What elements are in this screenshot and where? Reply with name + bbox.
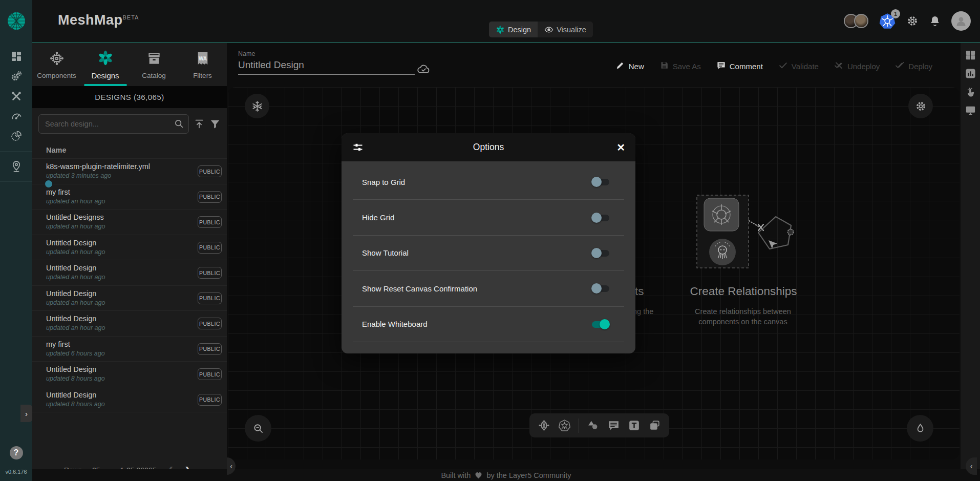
mode-switch: Design Visualize [489,22,593,37]
tab-visualize[interactable]: Visualize [538,22,593,37]
meshmap-app: MeshMapBETA Design Visualize [0,0,980,481]
canvas-dock [529,413,669,437]
tab-components[interactable]: Components [32,43,81,86]
visibility-badge: PUBLIC [198,267,222,279]
visibility-badge: PUBLIC [198,394,222,406]
close-icon[interactable]: ✕ [616,141,625,154]
shapes-icon[interactable] [587,419,600,432]
kubernetes-icon[interactable] [558,419,571,432]
context-count-badge: 1 [891,9,900,18]
performance-gauge-icon[interactable] [10,110,23,122]
freeze-button[interactable] [245,94,269,118]
gear-handle [788,229,794,235]
touch-interact-icon[interactable] [965,86,976,98]
tab-catalog[interactable]: Catalog [130,43,178,86]
components-chip-icon[interactable] [538,419,550,432]
meshmap-spiral-icon [97,50,114,66]
design-list-item[interactable]: Untitled Design updated an hour ago PUBL… [32,235,227,261]
search-input[interactable] [38,114,189,134]
help-button[interactable]: ? [10,446,23,459]
design-list-item[interactable]: Untitled Design updated an hour ago PUBL… [32,311,227,337]
lifecycle-gears-icon[interactable] [10,70,23,82]
tab-filters[interactable]: WA Filters [178,43,227,86]
collaborator-avatars[interactable] [844,14,868,28]
tune-sliders-icon [352,141,364,154]
toolkit-icon[interactable] [10,90,23,102]
option-label: Show Tutorial [362,248,409,257]
collaborator-avatar-2[interactable] [854,14,868,28]
prev-page-button[interactable]: ❮ [166,465,174,476]
design-list-item[interactable]: Untitled Design updated 8 hours ago PUBL… [32,387,227,413]
layer5-logo[interactable] [0,0,32,42]
rail-expand-handle[interactable]: › [20,405,32,422]
zoom-button[interactable] [245,415,271,442]
toggle-show-tutorial[interactable] [591,248,610,258]
options-modal: Options ✕ Snap to Grid Hide Grid Show Tu… [342,133,635,353]
check-icon [778,60,788,70]
pagination-range: 1-25 36065 [120,466,157,474]
new-button[interactable]: New [615,60,644,72]
design-name-input[interactable] [238,57,415,75]
save-as-button[interactable]: Save As [659,60,701,72]
tab-designs[interactable]: Designs [81,43,130,86]
whiteboard-pen-button[interactable] [907,415,933,442]
user-avatar[interactable] [951,11,971,31]
rows-per-page-select[interactable]: 25 [92,466,110,474]
design-list-item[interactable]: my first updated an hour ago PUBLIC [32,184,227,210]
display-icon[interactable] [965,104,976,116]
svg-text:WA: WA [198,56,206,61]
design-list-item[interactable]: my first updated 6 hours ago PUBLIC [32,337,227,362]
text-tool-icon[interactable] [628,419,641,432]
design-list-item[interactable]: Untitled Design updated an hour ago PUBL… [32,286,227,311]
design-list-item[interactable]: k8s-wasm-plugin-ratelimiter.yml updated … [32,159,227,184]
magnifier-icon [252,423,264,434]
service-mesh-pie-icon[interactable] [10,130,23,142]
app-version: v0.6.176 [0,469,32,475]
tab-design[interactable]: Design [489,22,538,37]
explore-pin-icon[interactable] [10,160,23,173]
validate-button[interactable]: Validate [778,60,819,72]
canvas-settings-button[interactable] [908,94,933,118]
visibility-badge: PUBLIC [198,216,222,228]
options-modal-body: Snap to Grid Hide Grid Show Tutorial Sho… [342,161,635,342]
comment-button[interactable]: Comment [716,60,763,72]
collaborator-avatar [45,180,53,188]
deploy-button[interactable]: Deploy [895,60,932,72]
comment-icon[interactable] [607,419,620,432]
filter-icon[interactable] [209,118,221,130]
visibility-badge: PUBLIC [198,368,222,380]
upload-icon[interactable] [194,118,205,130]
snowflake-icon [251,100,263,112]
design-list-item[interactable]: Untitled Design updated 8 hours ago PUBL… [32,362,227,387]
undeploy-button[interactable]: Undeploy [834,60,880,72]
design-name-block: Name [238,50,415,75]
chart-panel-icon[interactable] [965,68,976,79]
toggle-snap-to-grid[interactable] [591,177,610,187]
design-list-item[interactable]: Untitled Design updated an hour ago PUBL… [32,260,227,286]
header-divider [0,42,980,43]
kubernetes-context-button[interactable]: 1 [879,12,896,30]
options-modal-title: Options [342,142,635,153]
right-toolbar [961,43,980,469]
toggle-enable-whiteboard[interactable] [591,319,610,329]
bell-icon[interactable] [929,15,941,27]
toggle-hide-grid[interactable] [591,213,610,223]
visibility-badge: PUBLIC [198,242,222,254]
rail-divider [0,151,32,152]
toggle-show-reset-canvas-confirmation[interactable] [591,283,610,294]
gear-icon [915,100,927,112]
gear-icon[interactable] [906,15,919,27]
clipped-heading-fragment: ts [635,285,644,298]
components-chip-icon [49,50,65,67]
media-tool-icon[interactable] [648,419,661,432]
canvas-actionbar: New Save As Comment Validate Undeploy De… [615,60,932,72]
next-page-button[interactable]: ❯ [184,465,191,476]
visibility-badge: PUBLIC [198,191,222,203]
dashboard-icon[interactable] [10,50,23,62]
relationship-dotted-line [749,221,759,227]
option-label: Snap to Grid [362,178,405,186]
widgets-grid-icon[interactable] [965,49,976,61]
design-list-item[interactable]: Untitled Designss updated an hour ago PU… [32,210,227,235]
rows-label: Rows [64,466,82,474]
right-collapse-handle[interactable]: ‹ [966,457,977,475]
